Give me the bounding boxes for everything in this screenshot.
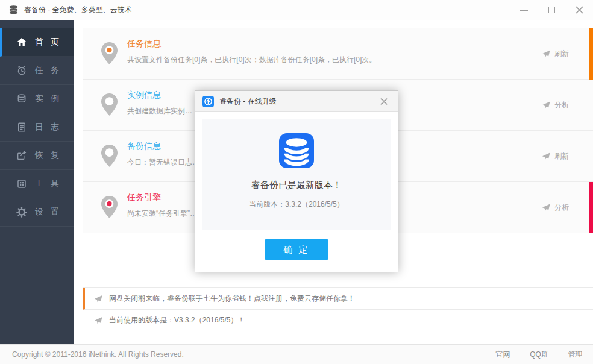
- row-text: 任务信息 共设置文件备份任务[0]条，已执行[0]次；数据库备份任务[0]条，已…: [127, 39, 376, 65]
- sidebar-item-label: 工 具: [35, 178, 61, 189]
- paper-plane-icon: [542, 49, 550, 58]
- analyze-action[interactable]: 分析: [542, 100, 569, 110]
- sidebar-item-label: 设 置: [35, 207, 61, 218]
- sidebar-item-label: 任 务: [35, 65, 61, 76]
- action-label: 分析: [554, 100, 569, 110]
- copyright-text: Copyright © 2011-2016 iNethink. All Righ…: [12, 350, 184, 359]
- window-controls: [510, 0, 593, 20]
- titlebar: 睿备份 - 全免费、多类型、云技术: [0, 0, 593, 20]
- minimize-button[interactable]: [510, 0, 538, 20]
- paper-plane-icon: [94, 295, 102, 303]
- row-subtitle: 共创建数据库实例…: [127, 106, 192, 116]
- row-title: 实例信息: [127, 90, 192, 101]
- notice-list: 网盘关闭潮来临，睿备份联手七牛为你省钱！点我注册，免费云存储任你拿！ 当前使用的…: [83, 287, 593, 331]
- minimize-icon: [520, 10, 528, 11]
- sidebar-item-label: 恢 复: [35, 150, 61, 161]
- row-accent-bar: [589, 131, 593, 182]
- row-title: 任务引擎: [127, 192, 204, 203]
- row-title: 任务信息: [127, 39, 376, 49]
- map-pin-icon: [101, 93, 118, 116]
- home-icon: [16, 37, 27, 48]
- maximize-button[interactable]: [538, 0, 565, 20]
- refresh-action[interactable]: 刷新: [542, 151, 569, 162]
- row-accent-bar: [589, 182, 593, 233]
- map-pin-icon: [101, 196, 118, 218]
- row-subtitle: 尚未安装“任务引擎”…！: [127, 209, 204, 219]
- map-pin-icon: [101, 145, 118, 167]
- dialog-version-line: 当前版本：3.3.2（2016/5/5）: [249, 199, 344, 210]
- gear-icon: [16, 207, 27, 218]
- alarm-clock-icon: [16, 65, 27, 76]
- analyze-action[interactable]: 分析: [542, 202, 569, 213]
- row-text: 备份信息 今日：暂无错误日志…: [127, 141, 199, 168]
- restore-share-icon: [16, 150, 27, 161]
- notice-text: 网盘关闭潮来临，睿备份联手七牛为你省钱！点我注册，免费云存储任你拿！: [109, 293, 355, 304]
- row-accent-bar: [589, 28, 593, 80]
- footer-link-admin[interactable]: 管理: [557, 345, 593, 364]
- row-subtitle: 共设置文件备份任务[0]条，已执行[0]次；数据库备份任务[0]条，已执行[0]…: [127, 55, 376, 65]
- dialog-title: 睿备份 - 在线升级: [219, 96, 277, 107]
- notice-version[interactable]: 当前使用的版本是：V3.3.2（2016/5/5）！: [83, 310, 593, 331]
- paper-plane-icon: [542, 152, 550, 160]
- sidebar-item-logs[interactable]: 日 志: [0, 113, 74, 142]
- dialog-titlebar: 睿备份 - 在线升级: [195, 91, 398, 112]
- sidebar-item-label: 首 页: [35, 37, 61, 48]
- row-task-info: 任务信息 共设置文件备份任务[0]条，已执行[0]次；数据库备份任务[0]条，已…: [83, 28, 593, 80]
- tools-grid-icon: [16, 178, 27, 189]
- footer: Copyright © 2011-2016 iNethink. All Righ…: [0, 344, 593, 364]
- sidebar-item-tasks[interactable]: 任 务: [0, 57, 74, 85]
- dialog-panel: 睿备份已是最新版本！ 当前版本：3.3.2（2016/5/5）: [202, 119, 391, 230]
- app-title: 睿备份 - 全免费、多类型、云技术: [24, 5, 132, 15]
- sidebar-item-settings[interactable]: 设 置: [0, 198, 74, 227]
- close-icon: [380, 98, 388, 105]
- database-app-icon: [279, 133, 314, 168]
- sidebar-item-label: 日 志: [35, 122, 61, 133]
- map-pin-icon: [101, 42, 118, 64]
- row-title: 备份信息: [127, 141, 199, 152]
- action-label: 刷新: [554, 49, 569, 59]
- ok-button[interactable]: 确 定: [265, 239, 328, 260]
- paper-plane-icon: [542, 203, 550, 212]
- row-accent-bar: [589, 80, 593, 131]
- notice-promo[interactable]: 网盘关闭潮来临，睿备份联手七牛为你省钱！点我注册，免费云存储任你拿！: [83, 288, 593, 310]
- action-label: 分析: [554, 202, 569, 213]
- dialog-body: 睿备份已是最新版本！ 当前版本：3.3.2（2016/5/5） 确 定: [195, 119, 398, 260]
- footer-link-qq-group[interactable]: QQ群: [521, 345, 557, 364]
- action-label: 刷新: [554, 151, 569, 162]
- footer-link-official-site[interactable]: 官网: [485, 345, 521, 364]
- maximize-icon: [548, 7, 555, 13]
- refresh-action[interactable]: 刷新: [542, 49, 569, 59]
- notice-text: 当前使用的版本是：V3.3.2（2016/5/5）！: [109, 315, 245, 325]
- sidebar-item-restore[interactable]: 恢 复: [0, 142, 74, 170]
- row-text: 任务引擎 尚未安装“任务引擎”…！: [127, 192, 204, 219]
- footer-links: 官网 QQ群 管理: [485, 345, 593, 364]
- log-document-icon: [16, 122, 27, 133]
- sidebar-item-tools[interactable]: 工 具: [0, 170, 74, 198]
- app-logo-database-stack-icon: [8, 5, 19, 15]
- sidebar-item-label: 实 例: [35, 93, 61, 104]
- row-subtitle: 今日：暂无错误日志…: [127, 157, 199, 168]
- dialog-close-button[interactable]: [377, 95, 391, 108]
- dialog-message: 睿备份已是最新版本！: [251, 180, 342, 191]
- paper-plane-icon: [94, 316, 102, 325]
- close-button[interactable]: [565, 0, 593, 20]
- sidebar-item-home[interactable]: 首 页: [0, 28, 74, 57]
- close-icon: [576, 6, 583, 14]
- sidebar-item-instances[interactable]: 实 例: [0, 85, 74, 113]
- upgrade-dialog: 睿备份 - 在线升级 睿备份已是最新版本！ 当前版本：3.3.2（2016/5/…: [195, 90, 398, 272]
- row-text: 实例信息 共创建数据库实例…: [127, 90, 192, 116]
- app-window: 睿备份 - 全免费、多类型、云技术 首 页 任 务 实 例 日 志: [0, 0, 593, 364]
- upgrade-arrow-icon: [202, 96, 214, 107]
- paper-plane-icon: [542, 101, 550, 109]
- database-icon: [16, 93, 27, 104]
- sidebar: 首 页 任 务 实 例 日 志 恢 复 工 具 设 置: [0, 20, 74, 344]
